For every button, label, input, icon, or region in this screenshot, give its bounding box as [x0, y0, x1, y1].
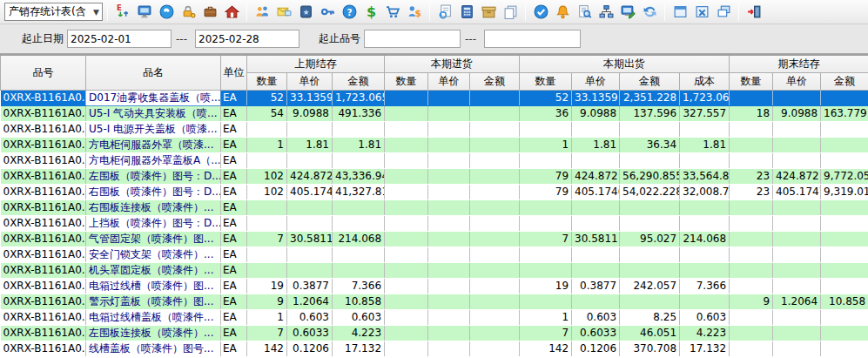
shipment-cell-1[interactable]: 0.6033	[572, 325, 620, 341]
purchase-cell-0[interactable]	[385, 168, 428, 184]
prev-balance-cell-1[interactable]: 0.6033	[287, 325, 333, 341]
shipment-cell-1[interactable]	[572, 215, 620, 231]
item-name-cell[interactable]: 左围板连接板（喷漆件）...	[86, 325, 221, 341]
purchase-cell-2[interactable]	[470, 90, 520, 105]
shipment-cell-2[interactable]	[620, 262, 680, 278]
col-header-1-1[interactable]: 单价	[428, 72, 470, 90]
prev-balance-cell-0[interactable]: 102	[247, 184, 287, 199]
item-name-cell[interactable]: 右围板（喷漆件）图号：D...	[86, 184, 221, 199]
table-row[interactable]: 0XRX-B1161A0...警示灯盖板（喷漆件）图...EA91.206410…	[1, 294, 868, 309]
prev-balance-cell-0[interactable]	[247, 262, 287, 278]
purchase-cell-0[interactable]	[385, 294, 428, 309]
unit-cell[interactable]: EA	[221, 341, 247, 356]
purchase-cell-0[interactable]	[385, 341, 428, 356]
purchase-cell-1[interactable]	[428, 309, 470, 325]
table-row[interactable]: 0XRX-B1161A0...电箱过线槽盖板（喷漆件...EA10.6030.6…	[1, 309, 868, 325]
col-header-3-2[interactable]: 金额	[821, 72, 868, 90]
shipment-cell-1[interactable]: 424.872	[572, 168, 620, 184]
purchase-cell-1[interactable]	[428, 137, 470, 152]
shipment-cell-2[interactable]: 56,290.855	[620, 168, 680, 184]
user-money-icon[interactable]: $	[407, 4, 422, 20]
shipment-cell-1[interactable]: 0.603	[572, 309, 620, 325]
shipment-cell-2[interactable]	[620, 199, 680, 215]
shipment-cell-0[interactable]	[520, 199, 572, 215]
purchase-cell-0[interactable]	[385, 325, 428, 341]
prev-balance-cell-0[interactable]: 1	[247, 137, 287, 152]
prev-balance-cell-0[interactable]	[247, 199, 287, 215]
shipment-cell-2[interactable]: 95.027	[620, 231, 680, 247]
purchase-cell-0[interactable]	[385, 137, 428, 152]
end-balance-cell-1[interactable]	[773, 199, 821, 215]
table-row[interactable]: 0XRX-B1161A0...左围板（喷漆件）图号：D...EA102424.8…	[1, 168, 868, 184]
shipment-cell-2[interactable]	[620, 121, 680, 137]
end-balance-cell-1[interactable]: 1.2064	[773, 294, 821, 309]
item-no-cell[interactable]: 0XRX-B1161A0...	[1, 121, 86, 137]
col-header-0-2[interactable]: 金额	[333, 72, 385, 90]
shipment-cell-1[interactable]	[572, 199, 620, 215]
shipment-cell-3[interactable]: 32,008.797	[680, 184, 730, 199]
shipment-cell-0[interactable]: 79	[520, 168, 572, 184]
col-header-1-0[interactable]: 数量	[385, 72, 428, 90]
col-header-item-no[interactable]: 品号	[1, 55, 86, 90]
shipment-cell-1[interactable]	[572, 247, 620, 262]
end-balance-cell-2[interactable]	[821, 137, 868, 152]
prev-balance-cell-1[interactable]	[287, 215, 333, 231]
end-balance-cell-1[interactable]	[773, 278, 821, 294]
sync-e-icon[interactable]: E	[115, 4, 131, 20]
prev-balance-cell-0[interactable]: 1	[247, 309, 287, 325]
card-star-icon[interactable]: ★	[298, 4, 313, 20]
purchase-cell-0[interactable]	[385, 309, 428, 325]
shipment-cell-2[interactable]: 8.25	[620, 309, 680, 325]
unit-cell[interactable]: EA	[221, 278, 247, 294]
unit-cell[interactable]: EA	[221, 137, 247, 152]
end-balance-cell-1[interactable]: 424.872	[773, 168, 821, 184]
table-row[interactable]: 0XRX-B1161A0...右围板连接板（喷漆件）...EA	[1, 199, 868, 215]
end-balance-cell-2[interactable]	[821, 262, 868, 278]
close-window-icon[interactable]	[694, 4, 710, 20]
prev-balance-cell-0[interactable]	[247, 121, 287, 137]
shipment-cell-3[interactable]: 1,723.065	[680, 90, 730, 105]
shipment-cell-2[interactable]: 137.596	[620, 105, 680, 121]
archive-box-icon[interactable]	[481, 4, 496, 20]
purchase-cell-1[interactable]	[428, 231, 470, 247]
prev-balance-cell-2[interactable]	[333, 262, 385, 278]
prev-balance-cell-0[interactable]: 54	[247, 105, 287, 121]
shipment-cell-1[interactable]: 0.1206	[572, 341, 620, 356]
table-row[interactable]: 0XRX-B1161A0...气管固定架（喷漆件）图...EA730.58112…	[1, 231, 868, 247]
shipment-cell-0[interactable]	[520, 215, 572, 231]
prev-balance-cell-0[interactable]: 9	[247, 294, 287, 309]
purchase-cell-2[interactable]	[470, 262, 520, 278]
shipment-cell-1[interactable]: 405.1746	[572, 184, 620, 199]
end-balance-cell-1[interactable]	[773, 262, 821, 278]
shipment-cell-3[interactable]: 0.603	[680, 309, 730, 325]
prev-balance-cell-2[interactable]	[333, 121, 385, 137]
shipment-cell-3[interactable]: 1.81	[680, 137, 730, 152]
prev-balance-cell-1[interactable]: 405.1746	[287, 184, 333, 199]
alert-bell-icon[interactable]	[555, 4, 570, 20]
shipment-cell-1[interactable]: 1.81	[572, 137, 620, 152]
unit-cell[interactable]: EA	[221, 184, 247, 199]
purchase-cell-0[interactable]	[385, 278, 428, 294]
shipment-cell-0[interactable]: 19	[520, 278, 572, 294]
item-no-cell[interactable]: 0XRX-B1161A0...	[1, 247, 86, 262]
end-balance-cell-2[interactable]	[821, 247, 868, 262]
item-no-cell[interactable]: 0XRX-B1161A0...	[1, 215, 86, 231]
prev-balance-cell-2[interactable]: 1,723.065	[333, 90, 385, 105]
shipment-cell-0[interactable]: 7	[520, 231, 572, 247]
prev-balance-cell-2[interactable]: 41,327.814	[333, 184, 385, 199]
monitor-icon[interactable]	[137, 4, 152, 20]
purchase-cell-2[interactable]	[470, 247, 520, 262]
shipment-cell-3[interactable]	[680, 121, 730, 137]
end-balance-cell-0[interactable]	[730, 262, 773, 278]
purchase-cell-1[interactable]	[428, 278, 470, 294]
end-balance-cell-2[interactable]: 9,319.017	[821, 184, 868, 199]
purchase-cell-0[interactable]	[385, 262, 428, 278]
report-refresh-icon[interactable]	[437, 4, 453, 20]
purchase-cell-1[interactable]	[428, 152, 470, 168]
purchase-cell-1[interactable]	[428, 199, 470, 215]
sitemap-icon[interactable]	[598, 4, 614, 20]
table-row[interactable]: 0XRX-B1161A0...上挡板（喷漆件）图号：D...EA	[1, 215, 868, 231]
purchase-cell-0[interactable]	[385, 199, 428, 215]
shipment-cell-0[interactable]: 52	[520, 90, 572, 105]
end-balance-cell-0[interactable]	[730, 215, 773, 231]
